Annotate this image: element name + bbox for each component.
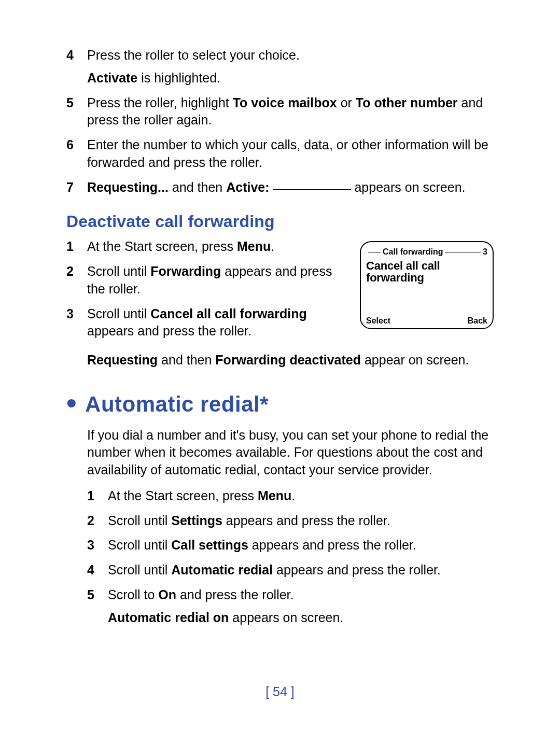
list-item: 4Scroll until Automatic redial appears a… — [87, 561, 494, 579]
deactivate-steps-column: 1At the Start screen, press Menu.2Scroll… — [66, 238, 351, 347]
step-number: 5 — [66, 94, 87, 130]
automatic-redial-heading: •Automatic redial* — [66, 390, 494, 419]
softkey-left: Select — [366, 315, 390, 327]
step-text: Scroll until Automatic redial appears an… — [108, 561, 494, 579]
step-body: Requesting... and then Active: appears o… — [87, 179, 494, 196]
bullet-icon: • — [66, 386, 77, 419]
step-body: Scroll until Forwarding appears and pres… — [87, 263, 351, 298]
softkey-right: Back — [468, 315, 487, 327]
list-item: 1At the Start screen, press Menu. — [87, 487, 494, 505]
automatic-redial-title: Automatic redial* — [85, 392, 269, 416]
step-body: Scroll until Cancel all call forwarding … — [87, 305, 351, 341]
automatic-redial-steps-list: 1At the Start screen, press Menu.2Scroll… — [87, 487, 494, 627]
phone-header-index: 3 — [483, 246, 487, 258]
list-item: 3Scroll until Cancel all call forwarding… — [66, 305, 351, 341]
step-text: Enter the number to which your calls, da… — [87, 136, 494, 172]
phone-title-line1: Cancel all call — [366, 259, 440, 272]
step-body: Scroll to On and press the roller.Automa… — [108, 586, 494, 627]
step-text: Scroll until Forwarding appears and pres… — [87, 263, 351, 298]
phone-title-line2: forwarding — [366, 271, 424, 284]
deactivate-steps-list: 1At the Start screen, press Menu.2Scroll… — [66, 238, 351, 340]
step-body: Scroll until Call settings appears and p… — [108, 537, 494, 554]
step-text: Activate is highlighted. — [87, 69, 494, 87]
deactivate-columns: 1At the Start screen, press Menu.2Scroll… — [66, 238, 494, 347]
step-text: Scroll until Settings appears and press … — [108, 512, 494, 530]
step-text: Press the roller to select your choice. — [87, 47, 494, 64]
list-item: 1At the Start screen, press Menu. — [66, 238, 351, 256]
step-body: Scroll until Settings appears and press … — [108, 512, 494, 530]
step-number: 2 — [87, 512, 108, 530]
phone-softkeys: Select Back — [366, 315, 487, 327]
step-text: Press the roller, highlight To voice mai… — [87, 94, 494, 130]
top-steps-list: 4Press the roller to select your choice.… — [66, 47, 494, 196]
step-body: Press the roller, highlight To voice mai… — [87, 94, 494, 130]
step-number: 2 — [66, 263, 87, 298]
list-item: 3Scroll until Call settings appears and … — [87, 537, 494, 554]
step-text: Requesting... and then Active: appears o… — [87, 179, 494, 196]
phone-screen-title: Cancel all call forwarding — [366, 260, 487, 284]
deactivate-outro: Requesting and then Forwarding deactivat… — [87, 351, 494, 369]
step-number: 7 — [66, 179, 87, 196]
step-text: At the Start screen, press Menu. — [108, 487, 494, 505]
step-number: 4 — [66, 47, 87, 87]
step-text: Scroll to On and press the roller. — [108, 586, 494, 604]
step-number: 1 — [87, 487, 108, 505]
list-item: 5Scroll to On and press the roller.Autom… — [87, 586, 494, 627]
phone-header-label: Call forwarding — [383, 246, 443, 258]
step-number: 1 — [66, 238, 87, 256]
deactivate-heading: Deactivate call forwarding — [66, 210, 494, 233]
step-number: 3 — [87, 537, 108, 554]
phone-screen-figure: Call forwarding 3 Cancel all call forwar… — [360, 241, 494, 329]
step-text: Scroll until Call settings appears and p… — [108, 537, 494, 554]
step-body: Enter the number to which your calls, da… — [87, 136, 494, 172]
list-item: 2Scroll until Forwarding appears and pre… — [66, 263, 351, 298]
list-item: 5Press the roller, highlight To voice ma… — [66, 94, 494, 130]
step-body: Scroll until Automatic redial appears an… — [108, 561, 494, 579]
automatic-redial-intro: If you dial a number and it's busy, you … — [87, 427, 494, 479]
list-item: 4Press the roller to select your choice.… — [66, 47, 494, 87]
step-body: At the Start screen, press Menu. — [87, 238, 351, 256]
list-item: 2Scroll until Settings appears and press… — [87, 512, 494, 530]
list-item: 6Enter the number to which your calls, d… — [66, 136, 494, 172]
step-text: Scroll until Cancel all call forwarding … — [87, 305, 351, 341]
step-number: 3 — [66, 305, 87, 341]
step-number: 4 — [87, 561, 108, 579]
step-body: At the Start screen, press Menu. — [108, 487, 494, 505]
step-number: 6 — [66, 136, 87, 172]
page-number: [ 54 ] — [0, 683, 560, 701]
step-text: At the Start screen, press Menu. — [87, 238, 351, 256]
step-text: Automatic redial on appears on screen. — [108, 609, 494, 627]
list-item: 7Requesting... and then Active: appears … — [66, 179, 494, 196]
step-body: Press the roller to select your choice.A… — [87, 47, 494, 87]
phone-screen-header: Call forwarding 3 — [366, 246, 487, 258]
step-number: 5 — [87, 586, 108, 627]
